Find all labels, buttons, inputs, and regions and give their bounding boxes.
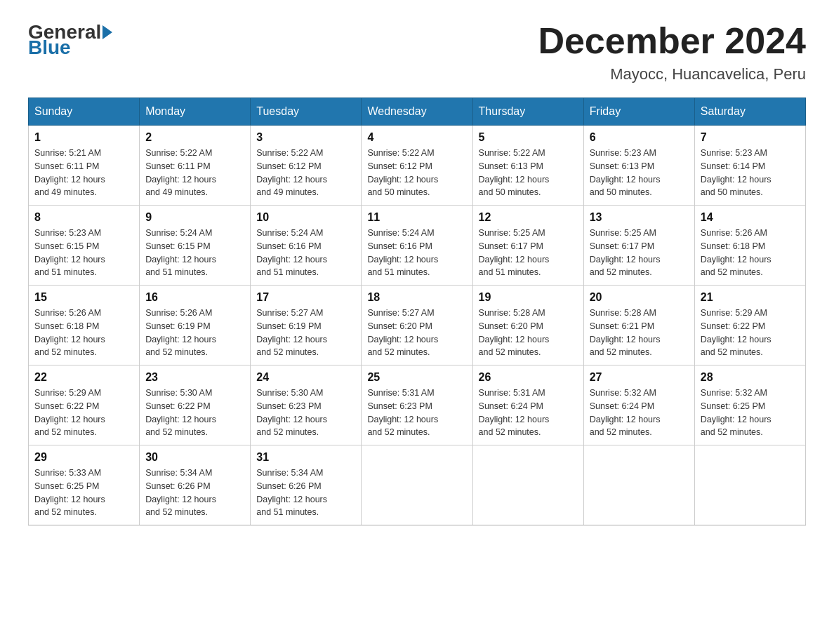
header-tuesday: Tuesday <box>251 98 362 126</box>
logo-arrow-icon <box>102 25 112 39</box>
calendar-cell: 11 Sunrise: 5:24 AM Sunset: 6:16 PM Dayl… <box>362 206 472 286</box>
calendar-cell: 21 Sunrise: 5:29 AM Sunset: 6:22 PM Dayl… <box>694 286 805 365</box>
calendar-cell: 6 Sunrise: 5:23 AM Sunset: 6:13 PM Dayli… <box>583 126 694 206</box>
day-info: Sunrise: 5:22 AM Sunset: 6:13 PM Dayligh… <box>479 147 578 199</box>
day-number: 4 <box>367 131 466 144</box>
day-number: 8 <box>34 211 133 224</box>
day-number: 15 <box>34 291 133 304</box>
calendar-cell: 19 Sunrise: 5:28 AM Sunset: 6:20 PM Dayl… <box>472 286 583 365</box>
day-number: 26 <box>479 371 578 384</box>
day-number: 30 <box>145 451 244 464</box>
calendar-header-row: SundayMondayTuesdayWednesdayThursdayFrid… <box>29 98 806 126</box>
calendar-cell: 17 Sunrise: 5:27 AM Sunset: 6:19 PM Dayl… <box>251 286 362 365</box>
calendar-cell: 24 Sunrise: 5:30 AM Sunset: 6:23 PM Dayl… <box>251 365 362 445</box>
calendar-cell: 1 Sunrise: 5:21 AM Sunset: 6:11 PM Dayli… <box>29 126 140 206</box>
day-info: Sunrise: 5:22 AM Sunset: 6:11 PM Dayligh… <box>145 147 244 199</box>
title-area: December 2024 Mayocc, Huancavelica, Peru <box>538 21 806 83</box>
day-number: 25 <box>367 371 466 384</box>
day-number: 2 <box>145 131 244 144</box>
calendar-cell: 16 Sunrise: 5:26 AM Sunset: 6:19 PM Dayl… <box>140 286 251 365</box>
day-info: Sunrise: 5:32 AM Sunset: 6:24 PM Dayligh… <box>590 387 689 439</box>
calendar-cell <box>694 445 805 525</box>
header: General Blue December 2024 Mayocc, Huanc… <box>28 21 806 83</box>
day-info: Sunrise: 5:32 AM Sunset: 6:25 PM Dayligh… <box>701 387 800 439</box>
calendar-cell <box>472 445 583 525</box>
week-row-1: 1 Sunrise: 5:21 AM Sunset: 6:11 PM Dayli… <box>29 126 806 206</box>
calendar-cell: 13 Sunrise: 5:25 AM Sunset: 6:17 PM Dayl… <box>583 206 694 286</box>
calendar-cell: 25 Sunrise: 5:31 AM Sunset: 6:23 PM Dayl… <box>362 365 472 445</box>
day-info: Sunrise: 5:29 AM Sunset: 6:22 PM Dayligh… <box>34 387 133 439</box>
calendar-cell: 4 Sunrise: 5:22 AM Sunset: 6:12 PM Dayli… <box>362 126 472 206</box>
header-sunday: Sunday <box>29 98 140 126</box>
calendar-cell: 18 Sunrise: 5:27 AM Sunset: 6:20 PM Dayl… <box>362 286 472 365</box>
day-info: Sunrise: 5:24 AM Sunset: 6:15 PM Dayligh… <box>145 227 244 279</box>
day-info: Sunrise: 5:24 AM Sunset: 6:16 PM Dayligh… <box>367 227 466 279</box>
header-friday: Friday <box>583 98 694 126</box>
calendar-cell: 29 Sunrise: 5:33 AM Sunset: 6:25 PM Dayl… <box>29 445 140 525</box>
day-info: Sunrise: 5:28 AM Sunset: 6:21 PM Dayligh… <box>590 307 689 359</box>
day-number: 20 <box>590 291 689 304</box>
day-number: 3 <box>256 131 355 144</box>
calendar-cell: 14 Sunrise: 5:26 AM Sunset: 6:18 PM Dayl… <box>694 206 805 286</box>
header-saturday: Saturday <box>694 98 805 126</box>
calendar-cell: 12 Sunrise: 5:25 AM Sunset: 6:17 PM Dayl… <box>472 206 583 286</box>
week-row-2: 8 Sunrise: 5:23 AM Sunset: 6:15 PM Dayli… <box>29 206 806 286</box>
day-number: 18 <box>367 291 466 304</box>
calendar-cell: 5 Sunrise: 5:22 AM Sunset: 6:13 PM Dayli… <box>472 126 583 206</box>
calendar-cell: 30 Sunrise: 5:34 AM Sunset: 6:26 PM Dayl… <box>140 445 251 525</box>
calendar-cell: 28 Sunrise: 5:32 AM Sunset: 6:25 PM Dayl… <box>694 365 805 445</box>
calendar-cell: 26 Sunrise: 5:31 AM Sunset: 6:24 PM Dayl… <box>472 365 583 445</box>
day-info: Sunrise: 5:26 AM Sunset: 6:18 PM Dayligh… <box>701 227 800 279</box>
day-info: Sunrise: 5:23 AM Sunset: 6:13 PM Dayligh… <box>590 147 689 199</box>
calendar-cell: 27 Sunrise: 5:32 AM Sunset: 6:24 PM Dayl… <box>583 365 694 445</box>
day-number: 16 <box>145 291 244 304</box>
day-info: Sunrise: 5:25 AM Sunset: 6:17 PM Dayligh… <box>479 227 578 279</box>
day-number: 19 <box>479 291 578 304</box>
month-title: December 2024 <box>538 21 806 61</box>
day-info: Sunrise: 5:22 AM Sunset: 6:12 PM Dayligh… <box>256 147 355 199</box>
header-monday: Monday <box>140 98 251 126</box>
location-title: Mayocc, Huancavelica, Peru <box>538 65 806 83</box>
day-info: Sunrise: 5:29 AM Sunset: 6:22 PM Dayligh… <box>701 307 800 359</box>
logo: General Blue <box>28 21 114 59</box>
day-number: 21 <box>701 291 800 304</box>
day-info: Sunrise: 5:26 AM Sunset: 6:18 PM Dayligh… <box>34 307 133 359</box>
day-info: Sunrise: 5:34 AM Sunset: 6:26 PM Dayligh… <box>145 467 244 519</box>
day-info: Sunrise: 5:23 AM Sunset: 6:15 PM Dayligh… <box>34 227 133 279</box>
calendar-cell: 7 Sunrise: 5:23 AM Sunset: 6:14 PM Dayli… <box>694 126 805 206</box>
calendar-cell: 23 Sunrise: 5:30 AM Sunset: 6:22 PM Dayl… <box>140 365 251 445</box>
week-row-3: 15 Sunrise: 5:26 AM Sunset: 6:18 PM Dayl… <box>29 286 806 365</box>
day-number: 24 <box>256 371 355 384</box>
calendar-cell: 31 Sunrise: 5:34 AM Sunset: 6:26 PM Dayl… <box>251 445 362 525</box>
day-number: 10 <box>256 211 355 224</box>
calendar-cell: 9 Sunrise: 5:24 AM Sunset: 6:15 PM Dayli… <box>140 206 251 286</box>
day-number: 31 <box>256 451 355 464</box>
week-row-4: 22 Sunrise: 5:29 AM Sunset: 6:22 PM Dayl… <box>29 365 806 445</box>
day-info: Sunrise: 5:22 AM Sunset: 6:12 PM Dayligh… <box>367 147 466 199</box>
calendar-cell <box>583 445 694 525</box>
logo-blue-text: Blue <box>28 36 71 58</box>
calendar-cell: 8 Sunrise: 5:23 AM Sunset: 6:15 PM Dayli… <box>29 206 140 286</box>
day-number: 28 <box>701 371 800 384</box>
day-number: 14 <box>701 211 800 224</box>
day-info: Sunrise: 5:27 AM Sunset: 6:20 PM Dayligh… <box>367 307 466 359</box>
day-number: 13 <box>590 211 689 224</box>
day-info: Sunrise: 5:25 AM Sunset: 6:17 PM Dayligh… <box>590 227 689 279</box>
day-info: Sunrise: 5:30 AM Sunset: 6:22 PM Dayligh… <box>145 387 244 439</box>
calendar-cell: 3 Sunrise: 5:22 AM Sunset: 6:12 PM Dayli… <box>251 126 362 206</box>
calendar-cell: 22 Sunrise: 5:29 AM Sunset: 6:22 PM Dayl… <box>29 365 140 445</box>
day-number: 7 <box>701 131 800 144</box>
calendar-cell: 15 Sunrise: 5:26 AM Sunset: 6:18 PM Dayl… <box>29 286 140 365</box>
header-thursday: Thursday <box>472 98 583 126</box>
calendar-cell: 10 Sunrise: 5:24 AM Sunset: 6:16 PM Dayl… <box>251 206 362 286</box>
day-info: Sunrise: 5:26 AM Sunset: 6:19 PM Dayligh… <box>145 307 244 359</box>
day-info: Sunrise: 5:33 AM Sunset: 6:25 PM Dayligh… <box>34 467 133 519</box>
calendar-table: SundayMondayTuesdayWednesdayThursdayFrid… <box>28 98 806 525</box>
day-info: Sunrise: 5:34 AM Sunset: 6:26 PM Dayligh… <box>256 467 355 519</box>
day-number: 27 <box>590 371 689 384</box>
day-info: Sunrise: 5:31 AM Sunset: 6:23 PM Dayligh… <box>367 387 466 439</box>
day-number: 11 <box>367 211 466 224</box>
day-number: 17 <box>256 291 355 304</box>
day-info: Sunrise: 5:23 AM Sunset: 6:14 PM Dayligh… <box>701 147 800 199</box>
day-info: Sunrise: 5:31 AM Sunset: 6:24 PM Dayligh… <box>479 387 578 439</box>
